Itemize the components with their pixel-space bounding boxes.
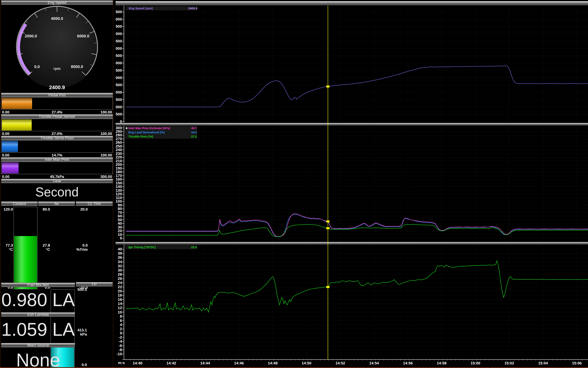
x-tick-label: 14:42 [166, 361, 176, 365]
cursor-marker[interactable] [326, 86, 329, 88]
legend-ign-timing[interactable]: Ign Timing [°BTDC] 22.0 [125, 245, 197, 249]
fp-max-label: 500.0 [72, 287, 87, 292]
y-tick-label: 130 [116, 188, 122, 193]
y-tick-label: 80 [118, 207, 122, 211]
gear-title-label: Gear [53, 179, 61, 183]
vbar-title-cl-trim: CL Trim [76, 202, 113, 206]
vbar-unit-label: %Trim [74, 247, 88, 252]
y-tick-label: 5500 [116, 39, 122, 43]
scale-value: 27.0% [1, 132, 113, 136]
cursor-marker[interactable] [326, 227, 329, 229]
hbar-throttle-pedal [1, 119, 113, 131]
scale-max: 100.00 [100, 132, 112, 136]
fp-value: 413.1 [72, 328, 87, 332]
fp-title: FP [76, 282, 113, 287]
hbar-scale-pedal-pos: 0.00 27.4% 100.00 [1, 110, 113, 114]
y-tick-label: 3000 [116, 76, 122, 80]
cursor-marker[interactable] [326, 286, 329, 288]
y-tick-label: 20 [118, 229, 122, 233]
legend-row: Ign Timing [°BTDC] 22.0 [125, 245, 197, 249]
hbar-scale-throttle-pedal: 0.00 27.0% 100.00 [1, 132, 113, 136]
y-tick-label: 3500 [116, 68, 122, 73]
y-tick-label: 14 [118, 302, 122, 306]
readout-value-fuel-mix-aim: 0.980 LA [1, 289, 75, 310]
legend-value: 45.7 [191, 126, 197, 130]
gear-title: Gear [1, 179, 113, 183]
hbar-title-label: Throttle Pedal Sensor [39, 114, 75, 119]
y-tick-label: 38 [118, 251, 122, 255]
hbar-fill-throttle-pedal [2, 120, 32, 130]
y-tick-label: -10 [117, 352, 122, 356]
y-tick-label: 500 [116, 112, 122, 116]
scale-value: 14.7% [1, 153, 113, 157]
y-tick-label: 70 [118, 210, 122, 215]
readout-value-warn-source: None [1, 350, 75, 368]
y-tick-label: 180 [116, 170, 122, 174]
vbar-max-cl-trim: 20.0 [76, 207, 88, 211]
legend-eng-speed[interactable]: Eng Speed [rpm] 2400.9 [125, 6, 197, 10]
fp-min-label: 0.0 [72, 363, 87, 367]
x-tick-label: 14:46 [234, 361, 244, 365]
y-tick-label: 7500 [116, 10, 122, 14]
y-tick-label: 0 [120, 236, 122, 240]
legend-label: Eng Load Normalised [%] [128, 130, 165, 134]
legend-label: Throttle Posn [%] [128, 135, 153, 138]
vbar-value-cl-trim: 0.0 %Trim [74, 243, 88, 252]
y-tick-label: 160 [116, 177, 122, 181]
y-tick-label: -4 [119, 339, 122, 343]
y-tick-label: -2 [119, 335, 122, 339]
hbar-title-inlet-man-pres: Inlet Man Pres [1, 157, 113, 162]
y-tick-label: 280 [116, 133, 122, 137]
y-tick-label: 210 [116, 159, 122, 163]
y-tick-label: 24 [118, 281, 122, 285]
vbar-unit-label: °C [1, 247, 13, 252]
hbar-fill-inlet-man-pres [2, 162, 19, 174]
legend-value: 27.2 [191, 135, 197, 138]
y-tick-label: 8 [120, 314, 122, 318]
x-tick-label: 15:04 [538, 361, 548, 365]
y-tick-label: -6 [119, 343, 122, 348]
vbar-value-label: 77.3 [1, 243, 13, 247]
y-tick-label: 20 [118, 289, 122, 293]
y-tick-label: 32 [118, 264, 122, 268]
y-tick-label: 12 [118, 306, 122, 310]
y-tick-label: 4000 [116, 61, 122, 65]
charts-canvas[interactable]: 0500100015002000250030003500400045005000… [116, 0, 588, 368]
vbar-max-coolant: 120.0 [1, 207, 13, 211]
y-tick-label: 140 [116, 184, 122, 189]
y-tick-label: 60 [118, 214, 122, 218]
y-tick-label: 10 [118, 232, 122, 237]
hbar-title-pedal-pos: Pedal Pos [1, 93, 113, 97]
y-tick-label: 150 [116, 181, 122, 185]
y-tick-label: 6000 [116, 32, 122, 36]
gauge-value: 2400.9 [1, 84, 113, 91]
vbar-title-label: Coolant [13, 202, 26, 206]
scale-max: 100.00 [100, 110, 112, 114]
x-tick-label: 14:58 [437, 361, 447, 365]
vbar-value-coolant: 77.3 °C [1, 243, 13, 252]
cursor-marker[interactable] [326, 221, 329, 222]
legend-value: 2400.9 [188, 7, 197, 10]
y-tick-label: 26 [118, 276, 122, 281]
y-tick-label: 260 [116, 140, 122, 145]
sidebar-right-border [113, 0, 113, 368]
legend-row: Eng Speed [rpm] 2400.9 [125, 6, 197, 10]
telemetry-dashboard: { "colors":{"cursor":"#f8f810","accent_p… [0, 0, 588, 368]
y-tick-label: 30 [118, 268, 122, 272]
hbar-pedal-pos [1, 97, 113, 110]
legend-label: Inlet Man Pres Estimate [kPa] [128, 126, 170, 130]
x-tick-label: 14:50 [302, 361, 311, 365]
y-tick-label: 34 [118, 260, 122, 264]
legend-manifold-group[interactable]: Inlet Man Pres Estimate [kPa] 45.7 Eng L… [125, 126, 197, 138]
x-tick-label: 14:52 [336, 361, 345, 365]
legend-bullet-icon [126, 127, 127, 129]
y-tick-label: 4 [120, 323, 122, 327]
y-tick-label: 0 [120, 331, 122, 335]
legend-value: 44.0 [191, 130, 197, 134]
readout-value-exh-lambda: 1.059 LA [1, 319, 75, 340]
y-tick-label: 1500 [116, 98, 122, 102]
readout-title-label: Fuel Mix Aim [27, 283, 49, 287]
vbar-unit-label: °C [38, 247, 50, 252]
vbar-value-label: 0.0 [74, 243, 88, 247]
fp-unit: kPa [72, 332, 87, 336]
